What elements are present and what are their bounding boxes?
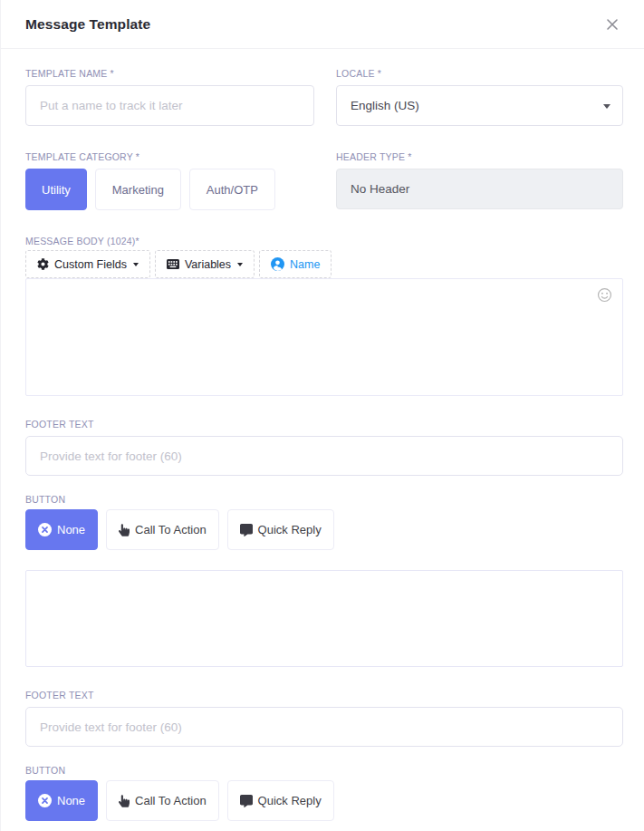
template-name-input[interactable]: [25, 85, 314, 126]
button-call-to-action-2[interactable]: Call To Action: [106, 780, 219, 821]
modal-body: TEMPLATE NAME * LOCALE * English (US) TE…: [1, 49, 644, 821]
comment-icon: [240, 524, 253, 536]
category-utility-button[interactable]: Utility: [25, 169, 87, 210]
user-circle-icon: [271, 257, 284, 271]
message-template-modal: Message Template TEMPLATE NAME * LOCALE …: [0, 0, 644, 831]
message-body-textarea[interactable]: [26, 279, 622, 395]
button-label-1: BUTTON: [25, 494, 623, 505]
template-name-label: TEMPLATE NAME *: [25, 68, 314, 79]
caret-down-icon: [133, 263, 139, 266]
message-body-section: MESSAGE BODY (1024)* Custom Fields Varia…: [25, 236, 623, 396]
caret-down-icon: [603, 104, 610, 109]
gear-icon: [37, 258, 49, 270]
modal-header: Message Template: [1, 0, 644, 49]
button-none-label-1: None: [57, 523, 85, 536]
message-body-box: [25, 278, 623, 396]
locale-field: LOCALE * English (US): [336, 68, 623, 126]
x-circle-icon: [38, 523, 52, 536]
locale-selected-value: English (US): [351, 99, 419, 112]
header-type-label: HEADER TYPE *: [336, 151, 623, 162]
button-quick-reply-2[interactable]: Quick Reply: [227, 780, 334, 821]
footer-text-input-1[interactable]: [25, 436, 623, 476]
message-body-toolbar: Custom Fields Variables Name: [25, 250, 623, 278]
button-type-field-2: BUTTON None Call To Action: [25, 765, 623, 821]
button-quick-reply-label-2: Quick Reply: [258, 794, 322, 807]
hand-pointer-icon: [119, 795, 130, 807]
button-type-options-2: None Call To Action Quick Reply: [25, 780, 623, 821]
custom-fields-dropdown[interactable]: Custom Fields: [25, 250, 150, 278]
header-type-value: No Header: [351, 182, 409, 196]
page-title: Message Template: [25, 16, 150, 33]
close-button[interactable]: [601, 13, 624, 36]
variables-dropdown[interactable]: Variables: [155, 250, 255, 278]
name-button[interactable]: Name: [259, 250, 332, 278]
footer-text-field-1: FOOTER TEXT: [25, 419, 623, 476]
button-type-options-1: None Call To Action Quick Reply: [25, 509, 623, 550]
template-category-field: TEMPLATE CATEGORY * Utility Marketing Au…: [25, 151, 314, 210]
close-icon: [604, 16, 620, 33]
name-button-label: Name: [290, 258, 320, 271]
button-cta-label-1: Call To Action: [135, 523, 207, 536]
template-name-field: TEMPLATE NAME *: [25, 68, 314, 126]
button-quick-reply-1[interactable]: Quick Reply: [227, 509, 334, 550]
custom-fields-label: Custom Fields: [54, 258, 127, 271]
secondary-message-body-box: [25, 570, 623, 667]
footer-text-label-2: FOOTER TEXT: [25, 690, 623, 701]
button-label-2: BUTTON: [25, 765, 623, 776]
footer-text-field-2: FOOTER TEXT: [25, 690, 623, 747]
header-type-input: No Header: [336, 169, 623, 209]
category-marketing-button[interactable]: Marketing: [95, 169, 181, 210]
button-call-to-action-1[interactable]: Call To Action: [106, 509, 219, 550]
footer-text-input-2[interactable]: [25, 707, 623, 747]
button-none-label-2: None: [57, 794, 85, 807]
footer-text-label-1: FOOTER TEXT: [25, 419, 623, 430]
comment-icon: [240, 795, 253, 807]
category-header-row: TEMPLATE CATEGORY * Utility Marketing Au…: [25, 151, 623, 210]
locale-select[interactable]: English (US): [336, 85, 623, 126]
hand-pointer-icon: [119, 524, 130, 536]
button-type-field-1: BUTTON None Call To Action: [25, 494, 623, 550]
variables-label: Variables: [185, 258, 231, 271]
button-quick-reply-label-1: Quick Reply: [258, 523, 322, 536]
button-none-1[interactable]: None: [25, 509, 98, 550]
category-auth-otp-button[interactable]: Auth/OTP: [189, 169, 275, 210]
template-category-label: TEMPLATE CATEGORY *: [25, 151, 314, 162]
secondary-message-body-textarea[interactable]: [26, 571, 622, 666]
button-none-2[interactable]: None: [25, 780, 98, 821]
emoji-icon[interactable]: [597, 287, 612, 303]
message-body-label: MESSAGE BODY (1024)*: [25, 236, 623, 246]
keyboard-icon: [167, 259, 179, 269]
button-cta-label-2: Call To Action: [135, 794, 207, 807]
x-circle-icon: [38, 794, 52, 807]
header-type-field: HEADER TYPE * No Header: [336, 151, 623, 210]
caret-down-icon: [237, 263, 243, 266]
name-locale-row: TEMPLATE NAME * LOCALE * English (US): [25, 68, 623, 126]
template-category-options: Utility Marketing Auth/OTP: [25, 169, 314, 210]
locale-label: LOCALE *: [336, 68, 623, 79]
